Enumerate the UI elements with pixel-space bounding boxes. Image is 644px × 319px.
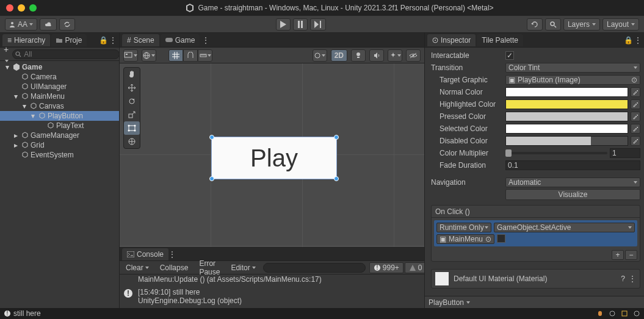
cache-icon[interactable]	[621, 310, 628, 317]
autosave-icon[interactable]	[609, 310, 616, 317]
eyedropper-button[interactable]	[631, 112, 640, 121]
color-multiplier-value[interactable]: 1	[610, 148, 640, 158]
hierarchy-item-gamemanager[interactable]: ▸GameManager	[0, 131, 119, 140]
console-line[interactable]: ![15:49:10] still here UnityEngine.Debug…	[122, 287, 422, 306]
minimize-window-button[interactable]	[18, 4, 25, 12]
hierarchy-item-uimanager[interactable]: UIManager	[0, 82, 119, 91]
editor-button[interactable]: Editor	[227, 262, 259, 273]
undo-history-button[interactable]	[527, 18, 543, 30]
visualize-button[interactable]: Visualize	[505, 189, 640, 200]
resize-handle[interactable]	[209, 176, 214, 181]
eyedropper-button[interactable]	[631, 87, 640, 97]
play-button-rect[interactable]: Play	[211, 137, 337, 179]
navigation-dropdown[interactable]: Automatic	[505, 177, 640, 187]
move-tool[interactable]	[124, 81, 140, 95]
disabled-color-field[interactable]	[505, 136, 628, 146]
tool-display-button[interactable]	[123, 49, 138, 62]
pressed-color-field[interactable]	[505, 112, 628, 121]
eyedropper-button[interactable]	[631, 124, 640, 134]
hierarchy-item-game[interactable]: ▾Game	[0, 62, 119, 72]
fade-duration-field[interactable]: 0.1	[505, 160, 640, 170]
tab-scene[interactable]: #Scene	[122, 34, 159, 46]
account-button[interactable]: AA	[5, 18, 37, 30]
play-button[interactable]	[276, 18, 291, 30]
tab-project[interactable]: Proje	[51, 34, 87, 46]
grid-snap-button[interactable]	[168, 49, 183, 62]
rotate-tool[interactable]	[124, 95, 140, 108]
close-window-button[interactable]	[6, 4, 13, 12]
transform-tool[interactable]	[124, 135, 140, 148]
menu-icon[interactable]: ⋮	[629, 274, 636, 283]
progress-icon[interactable]	[633, 310, 640, 317]
hand-tool[interactable]	[124, 68, 140, 81]
add-event-button[interactable]: +	[612, 250, 624, 260]
scale-tool[interactable]	[124, 108, 140, 121]
event-target-field[interactable]: ▣MainMenu⊙	[436, 234, 494, 244]
scene-viewport[interactable]: Play	[120, 63, 424, 247]
console-line[interactable]: MainMenu:Update () (at Assets/Scripts/Ma…	[122, 274, 422, 287]
lock-icon[interactable]: 🔒	[99, 36, 108, 45]
resize-handle[interactable]	[209, 135, 214, 140]
hierarchy-item-grid[interactable]: ▸Grid	[0, 140, 119, 150]
help-icon[interactable]: ?	[621, 274, 625, 283]
lock-icon[interactable]: 🔒	[624, 36, 633, 45]
hierarchy-item-playtext[interactable]: PlayText	[0, 121, 119, 131]
interactable-checkbox[interactable]: ✓	[505, 51, 514, 60]
bug-icon[interactable]	[596, 310, 604, 317]
snap-increment-button[interactable]	[183, 49, 198, 62]
step-button[interactable]	[310, 18, 326, 30]
panel-menu-icon[interactable]: ⋮	[634, 36, 642, 45]
hierarchy-item-playbutton[interactable]: ▾PlayButton	[0, 111, 119, 121]
target-graphic-field[interactable]: ▣PlayButton (Image)⊙	[505, 75, 640, 85]
function-dropdown[interactable]: GameObject.SetActive	[494, 223, 635, 232]
error-pause-button[interactable]: Error Pause	[195, 262, 223, 273]
audio-button[interactable]	[369, 49, 384, 62]
hierarchy-item-eventsystem[interactable]: EventSystem	[0, 150, 119, 160]
eyedropper-button[interactable]	[631, 99, 640, 109]
hierarchy-item-canvas[interactable]: ▾Canvas	[0, 101, 119, 111]
hierarchy-search-input[interactable]	[12, 49, 120, 59]
event-bool-checkbox[interactable]	[497, 234, 505, 243]
tab-tile-palette[interactable]: Tile Palette	[477, 34, 523, 46]
clear-button[interactable]: Clear	[122, 262, 153, 273]
resize-handle[interactable]	[334, 176, 339, 181]
highlighted-color-field[interactable]	[505, 99, 628, 109]
resize-handle[interactable]	[334, 135, 339, 140]
shading-mode-button[interactable]	[142, 49, 156, 62]
lighting-button[interactable]	[351, 49, 366, 62]
panel-menu-icon[interactable]: ⋮	[168, 250, 176, 259]
material-box[interactable]: Default UI Material (Material) ? ⋮	[431, 269, 640, 289]
warn-count-pill[interactable]: 0	[405, 262, 427, 273]
grid-visibility-button[interactable]	[198, 49, 212, 62]
console-search-input[interactable]	[263, 263, 366, 273]
normal-color-field[interactable]	[505, 87, 628, 97]
selected-color-field[interactable]	[505, 124, 628, 134]
draw-mode-button[interactable]	[313, 49, 327, 62]
color-multiplier-slider[interactable]	[505, 152, 607, 154]
sync-button[interactable]	[59, 18, 75, 30]
2d-toggle-button[interactable]: 2D	[331, 49, 347, 62]
rect-tool[interactable]	[124, 121, 140, 135]
pause-button[interactable]	[293, 18, 308, 30]
hierarchy-item-mainmenu[interactable]: ▾MainMenu	[0, 91, 119, 101]
panel-menu-icon[interactable]: ⋮	[202, 36, 209, 45]
cloud-button[interactable]	[40, 18, 57, 30]
maximize-window-button[interactable]	[29, 4, 37, 12]
remove-event-button[interactable]: −	[625, 250, 637, 260]
collapse-button[interactable]: Collapse	[156, 262, 192, 273]
search-button[interactable]	[545, 18, 561, 30]
info-count-pill[interactable]: !999+	[369, 262, 403, 273]
panel-menu-icon[interactable]: ⋮	[109, 36, 117, 45]
transition-dropdown[interactable]: Color Tint	[505, 63, 640, 73]
tab-inspector[interactable]: Inspector	[427, 34, 476, 46]
folder-icon	[56, 37, 62, 43]
eyedropper-button[interactable]	[631, 136, 640, 146]
visibility-button[interactable]	[406, 49, 421, 62]
runtime-dropdown[interactable]: Runtime Only	[436, 223, 491, 232]
tab-console[interactable]: Console	[122, 248, 168, 260]
layout-dropdown[interactable]: Layout	[602, 18, 639, 30]
hierarchy-item-camera[interactable]: Camera	[0, 72, 119, 82]
fx-button[interactable]	[388, 49, 402, 62]
layers-dropdown[interactable]: Layers	[563, 18, 600, 30]
tab-game[interactable]: Game	[161, 34, 200, 46]
